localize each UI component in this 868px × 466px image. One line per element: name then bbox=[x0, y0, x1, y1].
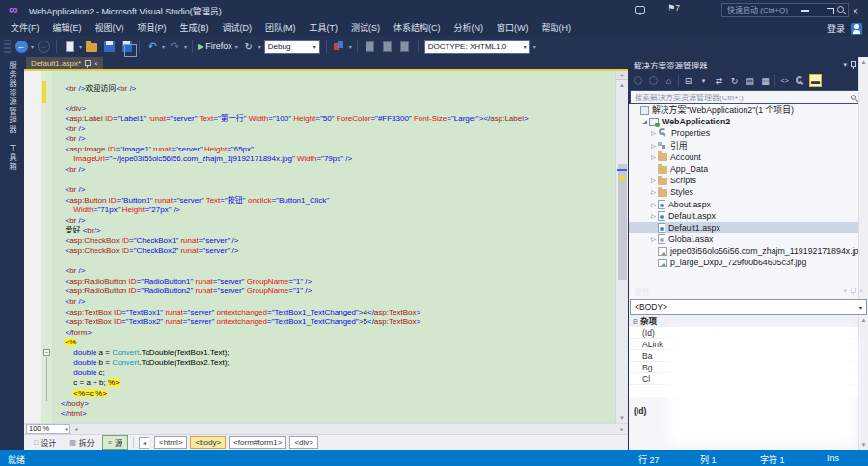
tree-item[interactable]: ▷Scripts bbox=[629, 175, 868, 186]
navigate-back-button[interactable]: ← bbox=[14, 38, 29, 55]
redo-dropdown-icon[interactable]: ▾ bbox=[184, 43, 187, 50]
sign-in-link[interactable]: 登录 bbox=[827, 22, 845, 35]
show-all-files-icon[interactable]: ▤ bbox=[744, 74, 756, 87]
menu-item[interactable]: 帮助(H) bbox=[535, 21, 579, 36]
vertical-scrollbar[interactable]: + ▲ ▼ bbox=[615, 71, 628, 423]
scroll-up-icon[interactable]: ▲ bbox=[616, 82, 628, 88]
breadcrumb-tag[interactable]: <form#form1> bbox=[229, 436, 286, 449]
splitter-handle[interactable]: + bbox=[616, 71, 628, 80]
menu-item[interactable]: 视图(V) bbox=[89, 21, 131, 36]
menu-item[interactable]: 文件(F) bbox=[4, 21, 46, 36]
tree-expander-icon[interactable]: ▷ bbox=[649, 186, 658, 198]
tree-item[interactable]: ▷About.aspx bbox=[629, 199, 868, 210]
feedback-icon[interactable] bbox=[635, 6, 645, 14]
menu-item[interactable]: 团队(M) bbox=[258, 21, 303, 36]
tree-expander-icon[interactable]: ▷ bbox=[649, 199, 658, 210]
tree-item[interactable]: ▷Global.asax bbox=[629, 233, 868, 245]
properties-window-icon[interactable]: ▦ bbox=[759, 74, 772, 87]
preview-selected-items-icon[interactable]: ▬ bbox=[809, 74, 822, 87]
chevron-down-icon[interactable]: ▾ bbox=[697, 74, 710, 87]
user-avatar-icon[interactable] bbox=[851, 23, 862, 35]
breadcrumb-tag[interactable]: <html> bbox=[154, 436, 187, 449]
undo-dropdown-icon[interactable]: ▾ bbox=[162, 43, 165, 50]
menu-item[interactable]: 调试(D) bbox=[216, 21, 259, 36]
menu-item[interactable]: 体系结构(C) bbox=[387, 21, 448, 36]
menu-item[interactable]: 工具(T) bbox=[303, 21, 345, 36]
code-editor[interactable]: <br />欢迎访问<br /> </div> <asp:Label ID="L… bbox=[52, 71, 615, 423]
maximize-button[interactable] bbox=[818, 0, 843, 21]
navigate-backward-doc-button[interactable] bbox=[380, 38, 395, 55]
breadcrumb-back-icon[interactable]: ◂ bbox=[139, 437, 149, 449]
collapse-all-icon[interactable]: ⊟ bbox=[682, 74, 694, 87]
sync-with-active-icon[interactable]: ⇄ bbox=[713, 74, 725, 87]
pin-icon[interactable] bbox=[85, 60, 90, 67]
tree-expander-icon[interactable]: ▷ bbox=[649, 127, 658, 139]
view-button[interactable]: ≡源 bbox=[102, 435, 128, 450]
breadcrumb-tag[interactable]: <body> bbox=[190, 436, 226, 449]
close-button[interactable]: × bbox=[843, 0, 868, 21]
tree-item[interactable]: Default1.aspx bbox=[629, 222, 868, 233]
save-all-button[interactable] bbox=[119, 38, 134, 55]
pin-icon[interactable] bbox=[851, 288, 855, 295]
new-file-button[interactable] bbox=[62, 38, 77, 55]
tree-item[interactable]: ◢WebApplication2 bbox=[629, 116, 868, 127]
scroll-up-icon[interactable]: ▲ bbox=[859, 317, 868, 323]
refresh-icon[interactable]: ↻ bbox=[728, 74, 741, 87]
menu-item[interactable]: 分析(N) bbox=[448, 21, 491, 36]
window-menu-icon[interactable]: ▾ bbox=[843, 61, 847, 69]
properties-scrollbar[interactable]: ▲ ▼ bbox=[858, 315, 868, 450]
property-category[interactable]: ⊟杂项 bbox=[629, 315, 868, 327]
menu-item[interactable]: 项目(P) bbox=[131, 21, 174, 36]
find-in-files-button[interactable] bbox=[363, 38, 378, 55]
tree-item[interactable]: ▷引用 bbox=[629, 140, 868, 151]
selection-margin[interactable] bbox=[24, 71, 41, 423]
menu-item[interactable]: 编辑(E) bbox=[46, 21, 89, 36]
menu-item[interactable]: 生成(B) bbox=[174, 21, 216, 36]
tab-close-icon[interactable]: × bbox=[94, 59, 98, 68]
breadcrumb-tag[interactable]: <div> bbox=[289, 436, 318, 449]
tree-expander-icon[interactable]: ▷ bbox=[649, 151, 658, 163]
save-button[interactable] bbox=[101, 38, 117, 55]
doctype-select[interactable]: DOCTYPE: XHTML1.0 ▾ bbox=[424, 40, 530, 54]
solution-search-input[interactable]: 搜索解决方案资源管理器(Ctrl+;) ▾ bbox=[630, 90, 867, 104]
tool-window-tab[interactable]: 工具箱 bbox=[7, 144, 18, 172]
new-file-dropdown-icon[interactable]: ▾ bbox=[79, 43, 82, 50]
start-debug-button[interactable]: ▶ Firefox ▾ bbox=[198, 38, 239, 55]
collapse-region-icon[interactable]: − bbox=[43, 349, 50, 356]
menu-item[interactable]: 窗口(W) bbox=[490, 21, 535, 36]
back-circle-icon[interactable] bbox=[632, 74, 644, 87]
attach-to-process-button[interactable] bbox=[332, 38, 347, 55]
home-icon[interactable]: ⌂ bbox=[663, 74, 675, 87]
menu-item[interactable]: 测试(S) bbox=[344, 21, 387, 36]
restart-button[interactable]: ↻ bbox=[241, 38, 257, 55]
zoom-select[interactable]: 100 % ▾ bbox=[26, 424, 70, 434]
toolbar-grip[interactable] bbox=[4, 40, 11, 53]
document-tab[interactable]: Default1.aspx* × bbox=[26, 57, 103, 69]
tree-item[interactable]: ▷Properties bbox=[629, 127, 868, 139]
tree-item[interactable]: ▷Styles bbox=[629, 186, 868, 198]
undo-button[interactable]: ↶ bbox=[145, 38, 160, 55]
pin-icon[interactable] bbox=[851, 61, 855, 69]
view-button[interactable]: ▥拆分 bbox=[64, 435, 100, 450]
scroll-down-icon[interactable]: ▼ bbox=[859, 442, 868, 448]
properties-header[interactable]: 属性 ▾ × bbox=[629, 284, 868, 298]
tree-expander-icon[interactable]: ▷ bbox=[649, 210, 658, 222]
tool-window-tab[interactable]: 服务器资源管理器 bbox=[7, 61, 18, 134]
scroll-left-icon[interactable]: ◂ bbox=[70, 425, 82, 432]
solution-explorer-header[interactable]: 解决方案资源管理器 ▾ × bbox=[629, 57, 868, 71]
forward-circle-icon[interactable] bbox=[647, 74, 660, 87]
tree-item[interactable]: App_Data bbox=[629, 163, 868, 175]
restart-dropdown-icon[interactable]: ▾ bbox=[258, 43, 261, 50]
tree-expander-icon[interactable]: ▷ bbox=[649, 175, 658, 186]
tree-expander-icon[interactable]: ◢ bbox=[640, 116, 649, 127]
tree-expander-icon[interactable]: ▷ bbox=[649, 233, 658, 245]
tree-item[interactable]: ▷Account bbox=[629, 151, 868, 163]
wrench-icon[interactable] bbox=[794, 74, 806, 87]
navigate-forward-doc-button[interactable] bbox=[397, 38, 413, 55]
tree-item[interactable]: p_large_DxpJ_729f00b64605c3f.jpg bbox=[629, 257, 868, 268]
scrollbar-thumb[interactable] bbox=[618, 164, 627, 280]
tree-item[interactable]: 解决方案"WebApplication2"(1 个项目) bbox=[629, 104, 868, 116]
view-button[interactable]: □设计 bbox=[28, 435, 62, 450]
object-selector[interactable]: <BODY> ▾ bbox=[630, 299, 867, 315]
tree-item[interactable]: ▷Default.aspx bbox=[629, 210, 868, 222]
